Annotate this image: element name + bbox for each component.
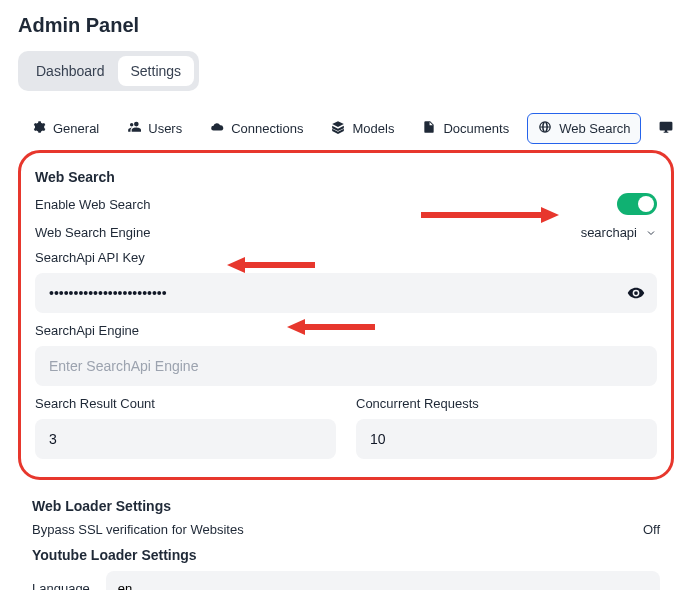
cloud-icon	[210, 120, 224, 137]
subtab-label: Models	[352, 121, 394, 136]
bypass-ssl-label: Bypass SSL verification for Websites	[32, 522, 244, 537]
main-tab-bar: Dashboard Settings	[18, 51, 199, 91]
subtab-documents[interactable]: Documents	[412, 114, 519, 143]
result-count-input[interactable]	[35, 419, 336, 459]
subtab-models[interactable]: Models	[321, 114, 404, 143]
api-engine-label: SearchApi Engine	[35, 323, 657, 338]
tab-dashboard[interactable]: Dashboard	[23, 56, 118, 86]
concurrent-label: Concurrent Requests	[356, 396, 657, 411]
search-engine-value: searchapi	[581, 225, 637, 240]
users-icon	[127, 120, 141, 137]
monitor-icon	[659, 120, 673, 137]
web-search-heading: Web Search	[35, 169, 657, 185]
eye-icon[interactable]	[627, 284, 645, 302]
subtab-interface[interactable]: Ir	[649, 114, 674, 143]
subtab-label: Web Search	[559, 121, 630, 136]
language-label: Language	[32, 581, 90, 590]
search-engine-select[interactable]: searchapi	[581, 225, 657, 240]
subtab-general[interactable]: General	[22, 114, 109, 143]
subtab-label: Users	[148, 121, 182, 136]
result-count-label: Search Result Count	[35, 396, 336, 411]
search-engine-label: Web Search Engine	[35, 225, 150, 240]
web-loader-heading: Web Loader Settings	[32, 498, 660, 514]
subtab-connections[interactable]: Connections	[200, 114, 313, 143]
language-input[interactable]	[106, 571, 660, 590]
tab-settings[interactable]: Settings	[118, 56, 195, 86]
subtab-web-search[interactable]: Web Search	[527, 113, 641, 144]
api-engine-input[interactable]	[35, 346, 657, 386]
subtab-label: General	[53, 121, 99, 136]
globe-icon	[538, 120, 552, 137]
subtab-label: Documents	[443, 121, 509, 136]
document-icon	[422, 120, 436, 137]
youtube-loader-heading: Youtube Loader Settings	[32, 547, 660, 563]
enable-web-search-toggle[interactable]	[617, 193, 657, 215]
settings-subtabs: General Users Connections Models Documen…	[18, 113, 674, 152]
web-search-section: Web Search Enable Web Search Web Search …	[18, 150, 674, 480]
bypass-ssl-value[interactable]: Off	[643, 522, 660, 537]
concurrent-input[interactable]	[356, 419, 657, 459]
enable-web-search-label: Enable Web Search	[35, 197, 150, 212]
chevron-down-icon	[645, 227, 657, 239]
stack-icon	[331, 120, 345, 137]
subtab-label: Connections	[231, 121, 303, 136]
subtab-users[interactable]: Users	[117, 114, 192, 143]
page-title: Admin Panel	[18, 14, 674, 37]
api-key-input[interactable]	[35, 273, 657, 313]
api-key-label: SearchApi API Key	[35, 250, 657, 265]
gear-icon	[32, 120, 46, 137]
